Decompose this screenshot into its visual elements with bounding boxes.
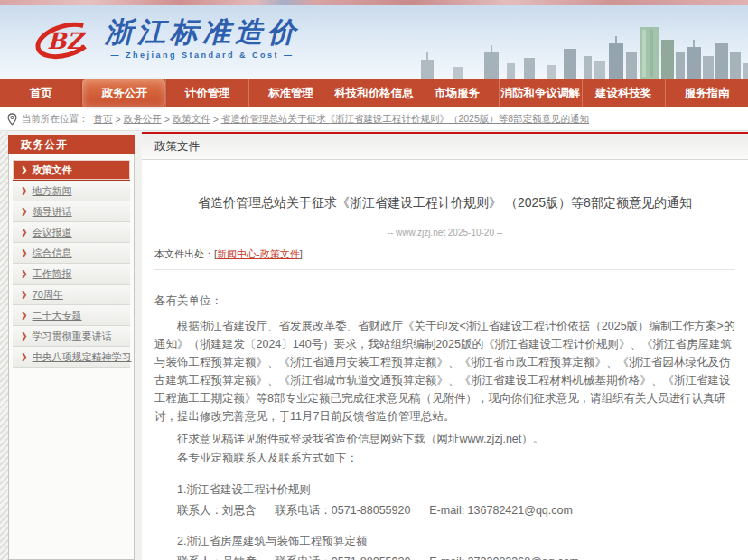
breadcrumb-current-page[interactable]: 省造价管理总站关于征求《浙江省建设工程计价规则》（2025版）等8部定额意见的通… [221,113,589,126]
main-nav: 首页 政务公开 计价管理 标准管理 科技和价格信息 市场服务 消防和争议调解 建… [0,79,748,107]
sidebar-title: 政务公开 [8,135,135,154]
location-pin-icon [7,113,17,126]
chevron-right-icon: ❯ [21,248,28,257]
breadcrumb-label: 当前所在位置： [22,113,89,126]
section-title: 政策文件 [142,134,748,160]
article-title: 省造价管理总站关于征求《浙江省建设工程计价规则》 （2025版）等8部定额意见的… [154,194,735,212]
sidebar-item-local-news[interactable]: ❯ 地方新闻 [13,181,130,201]
quota-item-1: 1.浙江省建设工程计价规则 [154,481,735,498]
breadcrumb-sep: > [116,114,121,125]
sidebar-item-label: 综合信息 [33,247,72,260]
nav-item-tech-price-info[interactable]: 科技和价格信息 [332,79,415,107]
source-bracket-close: ] [300,248,303,259]
sidebar-item-20th-congress-special[interactable]: ❯ 二十大专题 [13,305,130,326]
city-skyline-image [369,22,748,79]
sidebar-item-comprehensive-info[interactable]: ❯ 综合信息 [13,243,130,264]
page-body: 政务公开 ❯ 政策文件 ❯ 地方新闻 ❯ 领导讲话 ❯ 会议报道 ❯ 综合信息 [0,132,748,560]
quota-item-2: 2.浙江省房屋建筑与装饰工程预算定额 [154,533,735,549]
source-label: 本文件出处：[ [154,248,217,259]
content-panel: 政策文件 省造价管理总站关于征求《浙江省建设工程计价规则》 （2025版）等8部… [142,132,748,560]
breadcrumb-link-home[interactable]: 首页 [94,113,113,126]
nav-item-standard-mgmt[interactable]: 标准管理 [248,79,332,107]
divider [154,269,735,270]
chevron-right-icon: ❯ [21,165,28,174]
breadcrumb-link-policy-docs[interactable]: 政策文件 [173,113,210,126]
sidebar-item-policy-docs[interactable]: ❯ 政策文件 [13,160,130,181]
chevron-right-icon: ❯ [21,269,28,278]
sidebar-item-70th-anniversary[interactable]: ❯ 70周年 [13,285,130,305]
breadcrumb-sep: > [213,114,219,125]
sidebar-item-eight-regulations-study[interactable]: ❯ 中央八项规定精神学习 [13,347,130,368]
article-body: 各有关单位： 根据浙江省建设厅、省发展改革委、省财政厅《关于印发<浙江省建设工程… [154,294,735,560]
sidebar-item-label: 二十大专题 [33,309,82,322]
svg-text:BZ: BZ [47,28,86,54]
contact-line-2: 联系人：吴敏彦 联系电话：0571-88055920 E-mail: 27330… [154,554,735,560]
chevron-right-icon: ❯ [21,186,28,195]
sidebar-item-leader-speeches[interactable]: ❯ 领导讲话 [13,201,130,222]
sidebar-item-label: 领导讲话 [33,205,72,219]
article-paragraph: 各专业定额联系人及联系方式如下： [154,450,735,467]
chevron-right-icon: ❯ [21,311,28,320]
chevron-right-icon: ❯ [21,228,28,237]
sidebar-item-label: 工作简报 [33,267,72,281]
sidebar-menu: ❯ 政策文件 ❯ 地方新闻 ❯ 领导讲话 ❯ 会议报道 ❯ 综合信息 ❯ 工作简… [8,154,135,560]
site-header: BZ 浙江标准造价 — Zhejiang Standard & Cost — [0,5,748,79]
site-tagline: — Zhejiang Standard & Cost — [110,51,294,60]
contact-line-1: 联系人：刘思含 联系电话：0571-88055920 E-mail: 13678… [154,502,735,518]
chevron-right-icon: ❯ [21,331,28,341]
sidebar: 政务公开 ❯ 政策文件 ❯ 地方新闻 ❯ 领导讲话 ❯ 会议报道 ❯ 综合信息 [8,135,135,560]
breadcrumb-link-gov-info[interactable]: 政务公开 [124,113,162,126]
chevron-right-icon: ❯ [21,352,28,361]
sidebar-item-label: 中央八项规定精神学习 [33,350,132,364]
article-meta: -- www.zjzj.net 2025-10-20 -- [154,228,735,238]
nav-item-home[interactable]: 首页 [0,79,82,107]
site-logo[interactable]: BZ 浙江标准造价 — Zhejiang Standard & Cost — [33,14,300,68]
sidebar-item-label: 70周年 [33,288,63,302]
chevron-right-icon: ❯ [21,207,28,216]
nav-item-gov-info[interactable]: 政务公开 [82,79,165,107]
sidebar-item-work-briefs[interactable]: ❯ 工作简报 [13,264,130,285]
breadcrumb: 当前所在位置： 首页 > 政务公开 > 政策文件 > 省造价管理总站关于征求《浙… [0,107,748,131]
logo-text: 浙江标准造价 — Zhejiang Standard & Cost — [105,14,300,60]
article: 省造价管理总站关于征求《浙江省建设工程计价规则》 （2025版）等8部定额意见的… [142,194,748,560]
sidebar-item-meeting-reports[interactable]: ❯ 会议报道 [13,222,130,243]
article-paragraph: 征求意见稿详见附件或登录我省造价信息网站下载（网址www.zjzj.net）。 [154,431,735,448]
nav-item-construction-tech-award[interactable]: 建设科技奖 [582,79,665,107]
site-name: 浙江标准造价 [105,14,300,50]
sidebar-item-label: 学习贯彻重要讲话 [33,330,112,343]
chevron-right-icon: ❯ [21,290,28,299]
nav-item-service-guide[interactable]: 服务指南 [665,79,748,107]
source-link[interactable]: 新闻中心-政策文件 [217,248,300,259]
left-edge-texture [0,132,8,560]
nav-item-fire-dispute-mediation[interactable]: 消防和争议调解 [499,79,582,107]
article-paragraph: 根据浙江省建设厅、省发展改革委、省财政厅《关于印发<浙江省建设工程计价依据（20… [154,317,735,425]
sidebar-item-label: 政策文件 [33,163,72,177]
breadcrumb-sep: > [164,114,170,125]
article-source: 本文件出处：[新闻中心-政策文件] [154,247,735,261]
nav-item-market-services[interactable]: 市场服务 [416,79,499,107]
nav-item-pricing-mgmt[interactable]: 计价管理 [165,79,248,107]
sidebar-item-label: 会议报道 [33,226,72,239]
sidebar-item-label: 地方新闻 [33,184,72,198]
article-salutation: 各有关单位： [154,294,735,309]
logo-bz-icon: BZ [33,14,98,68]
sidebar-item-study-important-speeches[interactable]: ❯ 学习贯彻重要讲话 [13,326,130,347]
